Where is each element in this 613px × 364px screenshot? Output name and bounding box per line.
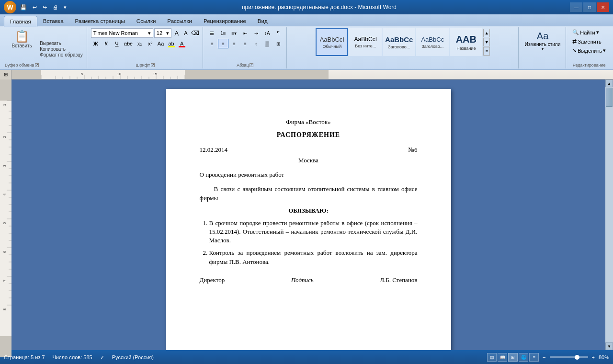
style-h2[interactable]: AaBbCc Заголово... [416,28,449,56]
underline-button[interactable]: Ч [112,39,122,48]
window-title: приложение. распорядительные док.docx - … [68,4,570,11]
sort-button[interactable]: ↕A [262,28,272,38]
paste-button[interactable]: 📋 Вставить [8,28,35,58]
subscript-button[interactable]: х₂ [135,39,145,48]
align-right-button[interactable]: ≡ [229,39,239,48]
style-normal-label: Обычный [322,44,341,49]
zoom-out-button[interactable]: − [543,354,545,360]
highlight-button[interactable]: ab [167,39,176,48]
scroll-up-arrow[interactable]: ▲ [605,80,613,87]
win-maximize[interactable]: □ [583,2,596,12]
zoom-thumb[interactable] [575,355,579,360]
show-marks-button[interactable]: ¶ [273,28,284,38]
scroll-down-arrow[interactable]: ▼ [605,342,613,350]
title-bar-left: W 💾 ↩ ↪ 🖨 ▾ [4,1,68,13]
svg-text:1: 1 [2,103,7,106]
shading-button[interactable]: ▒ [262,39,272,48]
align-center-button[interactable]: ≡ [218,39,228,48]
style-title[interactable]: ААВ Название [450,28,482,56]
tab-layout[interactable]: Разметка страницы [69,16,131,26]
ribbon-tabs: Главная Вставка Разметка страницы Ссылки… [0,14,613,26]
increase-indent-button[interactable]: ⇥ [251,28,261,38]
font-expand[interactable]: ↗ [151,63,155,67]
tab-insert[interactable]: Вставка [37,16,69,26]
font-size-box[interactable]: 12 ▾ [154,28,171,38]
style-no-spacing[interactable]: AaBbCcI Без инте... [349,28,382,56]
borders-button[interactable]: ⊞ [273,39,284,48]
strikethrough-button[interactable]: abc [123,39,134,48]
document-city: Москва [200,156,418,165]
clipboard-expand[interactable]: ↗ [35,63,39,67]
font-name-box[interactable]: Times New Roman ▾ [91,28,153,38]
spell-check[interactable]: ✓ [100,354,104,361]
styles-scroll-up[interactable]: ▲ [483,29,490,37]
format-painter-button[interactable]: Формат по образцу [39,52,84,57]
word-count: Число слов: 585 [53,354,92,360]
style-normal[interactable]: AaBbCcI Обычный [316,28,348,56]
scroll-track[interactable] [605,87,613,342]
tab-mailings[interactable]: Рассылки [161,16,198,26]
tab-home[interactable]: Главная [4,16,37,27]
language[interactable]: Русский (Россия) [112,354,154,360]
signature-role: Директор [200,276,225,284]
font-grow-button[interactable]: A [172,29,181,37]
tab-view[interactable]: Вид [252,16,273,26]
ruler-icon[interactable]: ⊞ [0,70,11,80]
qat-undo[interactable]: ↩ [31,3,39,11]
justify-button[interactable]: ≡ [240,39,250,48]
svg-text:2: 2 [2,136,7,138]
win-close[interactable]: ✕ [597,2,609,12]
svg-rect-26 [0,80,11,101]
bold-button[interactable]: Ж [91,39,101,48]
zoom-slider[interactable] [550,356,588,358]
numbering-button[interactable]: 1≡ [218,28,228,38]
superscript-button[interactable]: х² [146,39,155,48]
align-left-button[interactable]: ≡ [207,39,217,48]
replace-button[interactable]: ⇄ Заменить [570,37,608,46]
tab-review[interactable]: Рецензирование [198,16,252,26]
style-h1[interactable]: AaBbCc Заголово... [383,28,415,56]
line-spacing-button[interactable]: ↕ [251,39,261,48]
select-button[interactable]: ↘ Выделить ▾ [570,46,608,55]
tab-references[interactable]: Ссылки [131,16,162,26]
clear-format-button[interactable]: ⌫ [191,29,200,37]
decrease-indent-button[interactable]: ⇤ [240,28,250,38]
style-nosp-label: Без инте... [355,44,376,48]
bullets-button[interactable]: ☰ [207,28,217,38]
change-styles-button[interactable]: Аа Изменить стили ▾ [522,28,563,54]
styles-more[interactable]: ≡ [483,47,490,56]
qat-more[interactable]: ▾ [62,3,68,11]
view-outline[interactable]: ≡ [529,353,539,362]
qat-redo[interactable]: ↪ [41,3,49,11]
view-web[interactable]: 🌐 [519,353,528,362]
list-item: Контроль за проведением ремонтных работ … [209,249,418,266]
font-color-button[interactable]: А [177,39,187,48]
view-print[interactable]: ⊞ [508,353,518,362]
select-label: Выделить [578,48,602,54]
window-controls: — □ ✕ [570,2,609,12]
document-page[interactable]: Фирма «Восток» РАСПОРЯЖЕНИЕ 12.02.2014 №… [166,89,451,350]
copy-button[interactable]: Копировать [39,46,84,52]
win-minimize[interactable]: — [570,2,582,12]
paragraph-expand[interactable]: ↗ [250,63,253,67]
order-label: ОБЯЗЫВАЮ: [200,206,418,215]
view-normal[interactable]: ▤ [487,353,497,362]
qat-save[interactable]: 💾 [18,3,29,11]
vertical-scrollbar: ▲ ▼ [605,80,613,350]
change-case-button[interactable]: Аа [156,39,166,48]
edit-buttons: 🔍 Найти ▾ ⇄ Заменить ↘ Выделить ▾ [570,28,608,55]
font-shrink-button[interactable]: A [182,29,190,37]
svg-text:7: 7 [2,279,7,282]
find-button[interactable]: 🔍 Найти ▾ [570,28,608,36]
styles-scroll-down[interactable]: ▼ [483,38,490,46]
multilevel-list-button[interactable]: ≡▾ [229,28,239,38]
office-button[interactable]: W [4,1,16,13]
qat-print[interactable]: 🖨 [51,3,60,11]
document-meta: 12.02.2014 №6 [200,146,418,154]
italic-button[interactable]: К [102,39,111,48]
find-icon: 🔍 [572,29,579,35]
scroll-thumb[interactable] [606,88,613,107]
cut-button[interactable]: Вырезать [39,41,84,46]
zoom-in-button[interactable]: + [592,354,595,360]
view-reading[interactable]: 📖 [498,353,507,362]
